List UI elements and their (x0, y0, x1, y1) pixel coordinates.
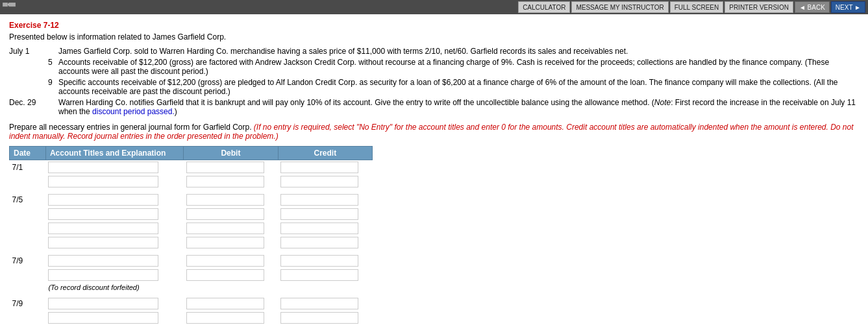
debit-cell (184, 296, 278, 311)
credit-input[interactable] (280, 223, 358, 234)
svg-rect-0 (3, 3, 8, 6)
top-bar-buttons: CALCULATOR MESSAGE MY INSTRUCTOR FULL SC… (518, 1, 865, 13)
credit-input[interactable] (280, 237, 358, 248)
table-row (10, 311, 373, 325)
credit-cell (278, 207, 372, 221)
account-input[interactable] (48, 255, 158, 267)
instructions-prefix: Prepare all necessary entries in general… (9, 123, 252, 132)
calculator-button[interactable]: CALCULATOR (518, 1, 570, 13)
table-row (10, 235, 373, 250)
date-cell-empty (10, 268, 46, 282)
col-header-account: Account Titles and Explanation (45, 147, 183, 160)
credit-cell (278, 268, 372, 282)
fullscreen-button[interactable]: FULL SCREEN (670, 1, 724, 13)
account-input[interactable] (48, 176, 158, 187)
debit-cell (184, 254, 278, 268)
credit-input[interactable] (280, 208, 358, 220)
table-row: 7/1 (10, 160, 373, 175)
account-input[interactable] (48, 237, 158, 248)
table-row: 7/9 (10, 296, 373, 311)
top-navigation-bar: CALCULATOR MESSAGE MY INSTRUCTOR FULL SC… (0, 0, 868, 14)
date-cell-75: 7/5 (10, 193, 46, 207)
debit-cell (184, 221, 278, 235)
credit-cell (278, 160, 372, 175)
debit-input[interactable] (186, 208, 264, 220)
back-button[interactable]: ◄ BACK (795, 1, 830, 13)
event-date-dec29: Dec. 29 (9, 98, 48, 107)
account-input[interactable] (48, 269, 158, 281)
event-row-dec29: Dec. 29 Warren Harding Co. notifies Garf… (9, 98, 859, 116)
credit-input[interactable] (280, 255, 358, 267)
svg-rect-1 (9, 3, 16, 6)
date-cell-empty (10, 207, 46, 221)
table-header-row: Date Account Titles and Explanation Debi… (10, 147, 373, 160)
debit-cell (184, 193, 278, 207)
credit-input[interactable] (280, 194, 358, 206)
credit-input[interactable] (280, 176, 358, 187)
events-section: July 1 James Garfield Corp. sold to Warr… (9, 47, 859, 116)
col-header-debit: Debit (184, 147, 278, 160)
account-input[interactable] (48, 208, 158, 220)
account-cell (45, 235, 183, 250)
main-content: Exercise 7-12 Presented below is informa… (0, 14, 868, 325)
event-row-5: 5 Accounts receivable of $12,200 (gross)… (9, 58, 859, 76)
event-text-9: Specific accounts receivable of $12,200 … (58, 78, 859, 96)
account-input[interactable] (48, 162, 158, 173)
table-row: 7/5 (10, 193, 373, 207)
account-cell (45, 193, 183, 207)
date-cell-empty (10, 175, 46, 189)
date-cell-71: 7/1 (10, 160, 46, 175)
note-text: (To record discount forfeited) (45, 282, 372, 293)
account-cell (45, 207, 183, 221)
debit-input[interactable] (186, 298, 264, 309)
event-num-9: 9 (48, 78, 58, 87)
account-input[interactable] (48, 194, 158, 206)
note-date-empty (10, 282, 46, 293)
table-row (10, 175, 373, 189)
debit-input[interactable] (186, 176, 264, 187)
credit-input[interactable] (280, 162, 358, 173)
instructions: Prepare all necessary entries in general… (9, 123, 859, 141)
date-cell-79b: 7/9 (10, 296, 46, 311)
table-row: 7/9 (10, 254, 373, 268)
exercise-title: Exercise 7-12 (9, 21, 859, 30)
debit-input[interactable] (186, 237, 264, 248)
col-header-date: Date (10, 147, 46, 160)
debit-cell (184, 311, 278, 325)
debit-cell (184, 207, 278, 221)
credit-cell (278, 296, 372, 311)
next-button[interactable]: NEXT ► (831, 1, 865, 13)
credit-input[interactable] (280, 269, 358, 281)
message-instructor-button[interactable]: MESSAGE MY INSTRUCTOR (571, 1, 668, 13)
account-cell (45, 311, 183, 325)
account-cell (45, 268, 183, 282)
debit-input[interactable] (186, 312, 264, 324)
account-input[interactable] (48, 223, 158, 234)
credit-input[interactable] (280, 298, 358, 309)
debit-input[interactable] (186, 223, 264, 234)
svg-marker-2 (8, 3, 9, 6)
debit-cell (184, 235, 278, 250)
credit-cell (278, 193, 372, 207)
debit-input[interactable] (186, 269, 264, 281)
date-cell-empty (10, 221, 46, 235)
event-text-dec29: Warren Harding Co. notifies Garfield tha… (58, 98, 859, 116)
account-cell (45, 221, 183, 235)
debit-input[interactable] (186, 255, 264, 267)
nav-icon-area (3, 3, 18, 12)
debit-input[interactable] (186, 194, 264, 206)
note-row: (To record discount forfeited) (10, 282, 373, 293)
col-header-credit: Credit (278, 147, 372, 160)
debit-cell (184, 268, 278, 282)
account-input[interactable] (48, 298, 158, 309)
credit-cell (278, 175, 372, 189)
credit-input[interactable] (280, 312, 358, 324)
debit-input[interactable] (186, 162, 264, 173)
credit-cell (278, 221, 372, 235)
credit-cell (278, 235, 372, 250)
credit-cell (278, 254, 372, 268)
event-num-5: 5 (48, 58, 58, 67)
table-row (10, 221, 373, 235)
account-input[interactable] (48, 312, 158, 324)
printer-version-button[interactable]: PRINTER VERSION (725, 1, 793, 13)
